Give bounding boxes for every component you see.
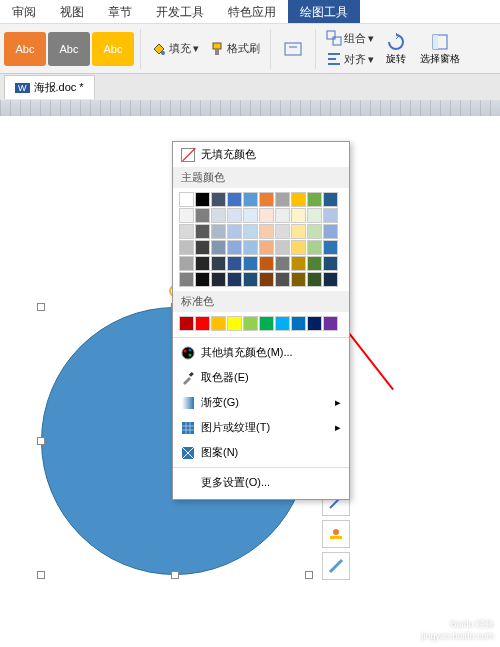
eyedropper-item[interactable]: 取色器(E): [173, 365, 349, 390]
color-swatch[interactable]: [243, 224, 258, 239]
color-swatch[interactable]: [275, 256, 290, 271]
color-swatch[interactable]: [307, 224, 322, 239]
color-swatch[interactable]: [195, 316, 210, 331]
pattern-item[interactable]: 图案(N): [173, 440, 349, 465]
quick-style-button[interactable]: [322, 520, 350, 548]
color-swatch[interactable]: [195, 272, 210, 287]
group-button[interactable]: 组合▾: [322, 28, 378, 48]
color-swatch[interactable]: [323, 272, 338, 287]
shape-style-2[interactable]: Abc: [48, 32, 90, 66]
color-swatch[interactable]: [259, 256, 274, 271]
select-pane-button[interactable]: 选择窗格: [414, 30, 466, 68]
color-swatch[interactable]: [195, 256, 210, 271]
color-swatch[interactable]: [243, 192, 258, 207]
color-swatch[interactable]: [211, 240, 226, 255]
color-swatch[interactable]: [179, 272, 194, 287]
color-swatch[interactable]: [307, 208, 322, 223]
resize-handle-br[interactable]: [305, 571, 313, 579]
tab-drawing-tools[interactable]: 绘图工具: [288, 0, 360, 23]
color-swatch[interactable]: [195, 240, 210, 255]
color-swatch[interactable]: [259, 272, 274, 287]
color-swatch[interactable]: [291, 316, 306, 331]
color-swatch[interactable]: [307, 240, 322, 255]
color-swatch[interactable]: [291, 192, 306, 207]
color-swatch[interactable]: [179, 316, 194, 331]
color-swatch[interactable]: [275, 272, 290, 287]
color-swatch[interactable]: [323, 192, 338, 207]
color-swatch[interactable]: [227, 316, 242, 331]
color-swatch[interactable]: [323, 208, 338, 223]
tab-devtools[interactable]: 开发工具: [144, 0, 216, 23]
align-button[interactable]: 对齐▾: [322, 49, 378, 69]
textbox-button[interactable]: [277, 37, 309, 61]
color-swatch[interactable]: [195, 208, 210, 223]
color-swatch[interactable]: [211, 272, 226, 287]
color-swatch[interactable]: [291, 272, 306, 287]
horizontal-ruler[interactable]: [0, 100, 500, 116]
color-swatch[interactable]: [227, 224, 242, 239]
color-swatch[interactable]: [291, 208, 306, 223]
resize-handle-bl[interactable]: [37, 571, 45, 579]
color-swatch[interactable]: [259, 192, 274, 207]
color-swatch[interactable]: [259, 316, 274, 331]
color-swatch[interactable]: [323, 316, 338, 331]
fill-button[interactable]: 填充 ▾: [147, 39, 203, 59]
color-swatch[interactable]: [243, 272, 258, 287]
color-swatch[interactable]: [291, 256, 306, 271]
tab-special[interactable]: 特色应用: [216, 0, 288, 23]
resize-handle-tl[interactable]: [37, 303, 45, 311]
more-settings-item[interactable]: 更多设置(O)...: [173, 470, 349, 495]
color-swatch[interactable]: [179, 224, 194, 239]
color-swatch[interactable]: [227, 208, 242, 223]
no-fill-item[interactable]: 无填充颜色: [173, 142, 349, 167]
color-swatch[interactable]: [211, 208, 226, 223]
color-swatch[interactable]: [259, 208, 274, 223]
color-swatch[interactable]: [307, 192, 322, 207]
color-swatch[interactable]: [275, 192, 290, 207]
color-swatch[interactable]: [195, 192, 210, 207]
gradient-item[interactable]: 渐变(G) ▸: [173, 390, 349, 415]
color-swatch[interactable]: [259, 240, 274, 255]
color-swatch[interactable]: [211, 316, 226, 331]
color-swatch[interactable]: [291, 224, 306, 239]
color-swatch[interactable]: [243, 208, 258, 223]
format-painter-button[interactable]: 格式刷: [205, 39, 264, 59]
resize-handle-l[interactable]: [37, 437, 45, 445]
color-swatch[interactable]: [275, 208, 290, 223]
color-swatch[interactable]: [307, 272, 322, 287]
color-swatch[interactable]: [227, 272, 242, 287]
color-swatch[interactable]: [275, 224, 290, 239]
color-swatch[interactable]: [211, 224, 226, 239]
color-swatch[interactable]: [179, 192, 194, 207]
color-swatch[interactable]: [275, 316, 290, 331]
canvas[interactable]: 无填充颜色 主题颜色 标准色 其他填充颜色(M)... 取色器(E) 渐变(G)…: [0, 116, 500, 646]
color-swatch[interactable]: [307, 256, 322, 271]
color-swatch[interactable]: [275, 240, 290, 255]
shape-style-3[interactable]: Abc: [92, 32, 134, 66]
color-swatch[interactable]: [179, 240, 194, 255]
rotate-button[interactable]: 旋转: [380, 30, 412, 68]
color-swatch[interactable]: [195, 224, 210, 239]
resize-handle-b[interactable]: [171, 571, 179, 579]
color-swatch[interactable]: [179, 208, 194, 223]
picture-texture-item[interactable]: 图片或纹理(T) ▸: [173, 415, 349, 440]
more-colors-item[interactable]: 其他填充颜色(M)...: [173, 340, 349, 365]
color-swatch[interactable]: [243, 256, 258, 271]
color-swatch[interactable]: [179, 256, 194, 271]
color-swatch[interactable]: [307, 316, 322, 331]
tab-view[interactable]: 视图: [48, 0, 96, 23]
quick-effect-button[interactable]: [322, 552, 350, 580]
color-swatch[interactable]: [227, 256, 242, 271]
color-swatch[interactable]: [211, 256, 226, 271]
color-swatch[interactable]: [323, 240, 338, 255]
color-swatch[interactable]: [259, 224, 274, 239]
color-swatch[interactable]: [323, 256, 338, 271]
tab-review[interactable]: 审阅: [0, 0, 48, 23]
color-swatch[interactable]: [291, 240, 306, 255]
tab-chapter[interactable]: 章节: [96, 0, 144, 23]
color-swatch[interactable]: [227, 192, 242, 207]
color-swatch[interactable]: [243, 240, 258, 255]
color-swatch[interactable]: [211, 192, 226, 207]
color-swatch[interactable]: [323, 224, 338, 239]
color-swatch[interactable]: [227, 240, 242, 255]
